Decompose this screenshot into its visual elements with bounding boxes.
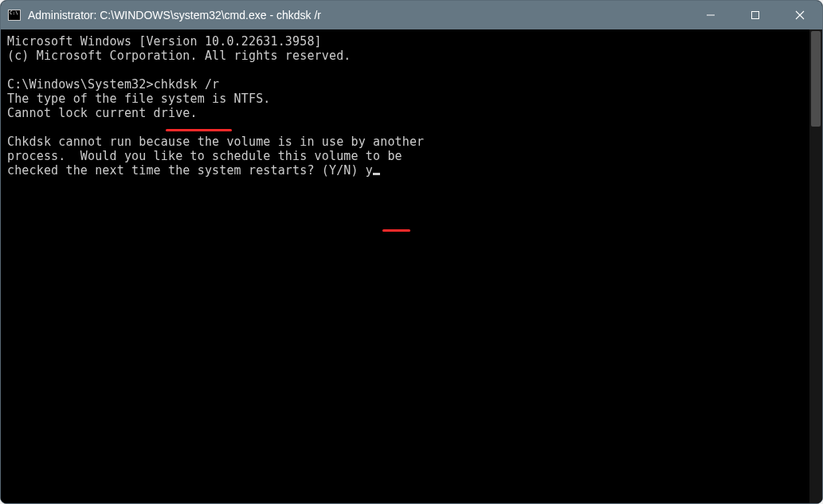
- typed-command: chkdsk /r: [154, 77, 220, 92]
- window-controls: [688, 1, 822, 29]
- text-cursor: [373, 173, 380, 175]
- window-title: Administrator: C:\WINDOWS\system32\cmd.e…: [28, 9, 688, 21]
- prompt-path: C:\Windows\System32>: [7, 77, 154, 92]
- maximize-icon: [750, 10, 760, 20]
- lock-drive-line: Cannot lock current drive.: [7, 106, 198, 120]
- scrollbar-thumb[interactable]: [811, 31, 821, 127]
- svg-rect-1: [752, 12, 759, 19]
- terminal-output[interactable]: Microsoft Windows [Version 10.0.22631.39…: [1, 29, 809, 503]
- inuse-line-1: Chkdsk cannot run because the volume is …: [7, 135, 424, 149]
- minimize-button[interactable]: [688, 1, 733, 29]
- inuse-line-2: process. Would you like to schedule this…: [7, 149, 402, 163]
- cmd-window: Administrator: C:\WINDOWS\system32\cmd.e…: [0, 0, 823, 504]
- maximize-button[interactable]: [733, 1, 778, 29]
- svg-rect-0: [707, 15, 715, 16]
- annotation-underline-answer: [382, 229, 410, 232]
- annotation-underline-command: [166, 129, 232, 131]
- minimize-icon: [706, 10, 715, 20]
- close-button[interactable]: [778, 1, 822, 29]
- fs-type-line: The type of the file system is NTFS.: [7, 92, 271, 106]
- close-icon: [795, 10, 805, 20]
- typed-answer: y: [366, 163, 373, 178]
- version-line: Microsoft Windows [Version 10.0.22631.39…: [7, 34, 322, 49]
- cmd-app-icon: [7, 8, 22, 22]
- inuse-line-3: checked the next time the system restart…: [7, 163, 366, 178]
- copyright-line: (c) Microsoft Corporation. All rights re…: [7, 49, 351, 63]
- titlebar[interactable]: Administrator: C:\WINDOWS\system32\cmd.e…: [1, 1, 822, 29]
- scrollbar-track[interactable]: [809, 29, 822, 503]
- terminal-area: Microsoft Windows [Version 10.0.22631.39…: [1, 29, 822, 503]
